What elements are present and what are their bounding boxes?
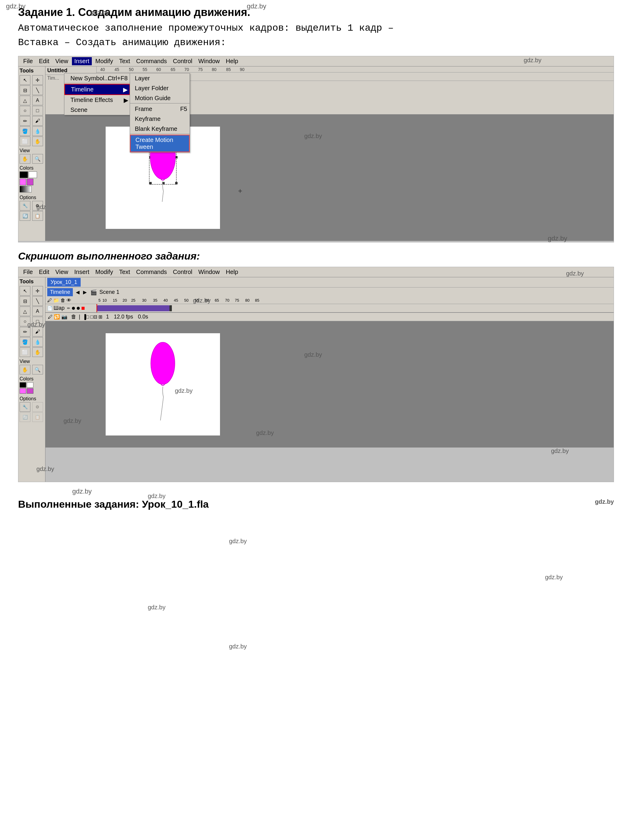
section2-title: Скриншот выполненного задания: <box>18 250 200 262</box>
menu2-commands[interactable]: Commands <box>134 268 169 276</box>
new-symbol-item[interactable]: New Symbol... Ctrl+F8 <box>64 73 130 83</box>
hand-tool[interactable]: ✋ <box>32 137 43 146</box>
color-swatch-1[interactable] <box>19 178 26 185</box>
pencil-tool-2[interactable]: ✏ <box>19 327 30 336</box>
wm-s2-12: gdz.by <box>545 574 563 581</box>
lasso-tool[interactable]: △ <box>19 96 30 105</box>
option-2-1[interactable]: 🔧 <box>19 402 30 412</box>
oval-tool[interactable]: ○ <box>19 106 30 115</box>
layer-item[interactable]: Layer <box>130 73 190 83</box>
menu2-insert[interactable]: Insert <box>72 268 92 276</box>
ruler-mark-90: 90 <box>231 67 245 72</box>
menu2-control[interactable]: Control <box>171 268 195 276</box>
subselect-tool[interactable]: ✛ <box>32 75 43 85</box>
timeline-effects-item[interactable]: Timeline Effects ▶ <box>64 95 130 105</box>
color-swatch-2[interactable] <box>27 178 33 185</box>
motion-guide-item[interactable]: Motion Guide <box>130 93 190 103</box>
timeline-item[interactable]: Timeline ▶ <box>64 84 130 95</box>
option-4[interactable]: 📋 <box>32 211 43 221</box>
zoom-tool-2[interactable]: 🔍 <box>32 365 43 374</box>
eyedrop-tool[interactable]: 💧 <box>32 126 43 136</box>
color-swatch-2b[interactable] <box>27 388 33 394</box>
option-2-4[interactable]: 📋 <box>32 412 43 422</box>
subselect-tool-2[interactable]: ✛ <box>32 286 43 296</box>
create-motion-tween-item[interactable]: Create Motion Tween <box>130 135 190 152</box>
lasso-tool-2[interactable]: △ <box>19 306 30 316</box>
select-tool[interactable]: ↖ <box>19 75 30 85</box>
page-header: Задание 1. Создадим анимацию движения. g… <box>0 0 632 53</box>
menu-edit[interactable]: Edit <box>36 57 51 65</box>
line-tool-2[interactable]: ╲ <box>32 296 43 306</box>
delete-layer-icon[interactable]: 🗑 <box>60 298 65 303</box>
eraser-tool-2[interactable]: ⬜ <box>19 347 30 357</box>
gradient-swatch[interactable] <box>19 186 32 193</box>
menu-insert[interactable]: Insert <box>72 57 92 65</box>
view-label: View <box>19 148 44 153</box>
color-swatch-2a[interactable] <box>19 388 26 394</box>
menu2-modify[interactable]: Modify <box>93 268 116 276</box>
pencil-tool[interactable]: ✏ <box>19 116 30 126</box>
select-tool-2[interactable]: ↖ <box>19 286 30 296</box>
option-1[interactable]: 🔧 <box>19 201 30 210</box>
line-tool[interactable]: ╲ <box>32 85 43 95</box>
scene-item[interactable]: Scene <box>64 105 130 115</box>
menu-commands[interactable]: Commands <box>134 57 169 65</box>
menu2-text[interactable]: Text <box>117 268 133 276</box>
fill-color[interactable] <box>29 171 37 178</box>
frame-item[interactable]: Frame F5 <box>130 104 190 114</box>
menu-text[interactable]: Text <box>117 57 133 65</box>
menu2-edit[interactable]: Edit <box>36 268 51 276</box>
menu2-view[interactable]: View <box>53 268 71 276</box>
canvas-area-2: gdz.by gdz.by gdz.by gdz.by <box>46 321 614 447</box>
rect-tool[interactable]: □ <box>32 106 43 115</box>
wm-menubar: gdz.by <box>524 57 542 64</box>
timeline-nav-fwd[interactable]: ▶ <box>83 289 87 295</box>
stroke-color[interactable] <box>19 171 28 178</box>
stroke-color-2[interactable] <box>19 382 26 388</box>
wm-s2-8: gdz.by <box>551 447 569 455</box>
fill-tool[interactable]: 🪣 <box>19 126 30 136</box>
hand-view-tool-2[interactable]: ✋ <box>19 365 30 374</box>
timeline-nav-back[interactable]: ◀ <box>76 289 79 295</box>
menu2-help[interactable]: Help <box>223 268 241 276</box>
text-tool-2[interactable]: A <box>32 306 43 316</box>
doc-tab-urок[interactable]: Урок_10_1 <box>47 278 81 287</box>
menu-window[interactable]: Window <box>196 57 222 65</box>
status2-icons: 🖊 🔁 📷 <box>48 314 67 320</box>
timeline2-tab[interactable]: Timeline <box>47 288 73 296</box>
menu2-window[interactable]: Window <box>196 268 222 276</box>
menu2-file[interactable]: File <box>21 268 35 276</box>
blank-keyframe-item[interactable]: Blank Keyframe <box>130 124 190 134</box>
eraser-tool[interactable]: ⬜ <box>19 137 30 146</box>
fill-color-2[interactable] <box>27 382 33 388</box>
eyedrop-tool-2[interactable]: 💧 <box>32 337 43 347</box>
add-layer-icon[interactable]: 🖊 <box>47 298 52 303</box>
status2-trash[interactable]: 🗑 <box>71 314 76 320</box>
hand-tool-2[interactable]: ✋ <box>32 347 43 357</box>
transform-tool[interactable]: ⊟ <box>19 85 30 95</box>
fill-tool-2[interactable]: 🪣 <box>19 337 30 347</box>
option-2-3[interactable]: 🔄 <box>19 412 30 422</box>
zoom-tool[interactable]: 🔍 <box>32 154 43 164</box>
menu-control[interactable]: Control <box>171 57 195 65</box>
keyframe-item[interactable]: Keyframe <box>130 114 190 124</box>
menu-bar: File Edit View Insert Modify Text Comman… <box>18 56 614 66</box>
status2-time: 0.0s <box>138 314 148 320</box>
menu-modify[interactable]: Modify <box>93 57 116 65</box>
transform-tool-2[interactable]: ⊟ <box>19 296 30 306</box>
menu-view[interactable]: View <box>53 57 71 65</box>
option-3[interactable]: 🔄 <box>19 211 30 221</box>
brush-tool-2[interactable]: 🖌 <box>32 327 43 336</box>
layer-row-shar: 📄 Шар ✏ <box>46 304 614 313</box>
text-tool[interactable]: A <box>32 96 43 105</box>
show-all-icon[interactable]: 👁 <box>67 298 71 303</box>
layer-folder-item[interactable]: Layer Folder <box>130 83 190 93</box>
tools-label-2: Tools <box>19 278 44 285</box>
add-folder-icon[interactable]: 📁 <box>53 297 59 303</box>
wm-canvas2: gdz.by <box>304 351 322 358</box>
menu-file[interactable]: File <box>21 57 35 65</box>
option-2-2[interactable]: ⚙ <box>32 402 43 412</box>
hand-view-tool[interactable]: ✋ <box>19 154 30 164</box>
menu-help[interactable]: Help <box>223 57 241 65</box>
brush-tool[interactable]: 🖌 <box>32 116 43 126</box>
